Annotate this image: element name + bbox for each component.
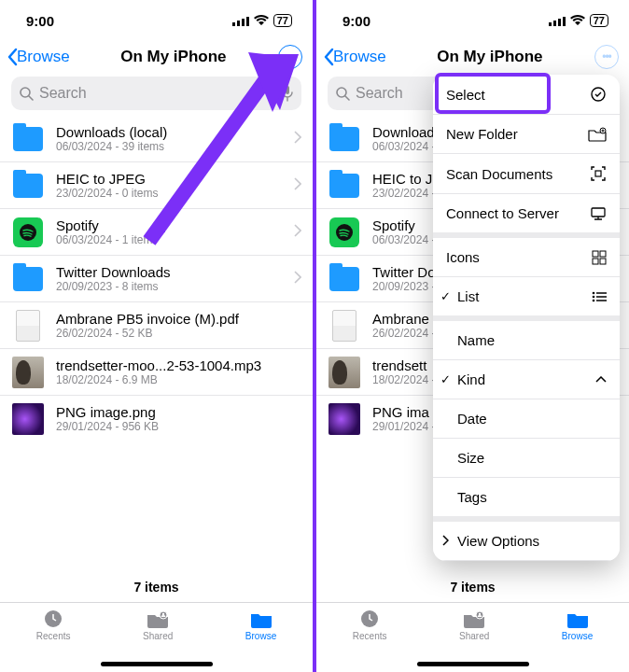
menu-view-options[interactable]: View Options [433, 522, 620, 561]
document-thumbnail [16, 310, 40, 342]
menu-new-folder[interactable]: New Folder [433, 115, 620, 154]
battery-icon: 77 [590, 14, 608, 27]
chevron-right-icon [294, 131, 301, 147]
svg-rect-15 [553, 21, 556, 26]
shared-folder-icon [146, 609, 170, 629]
back-label: Browse [17, 48, 70, 66]
battery-icon: 77 [273, 14, 292, 27]
list-item[interactable]: Twitter Downloads20/09/2023 - 8 items [0, 256, 313, 302]
home-indicator[interactable] [101, 662, 213, 666]
svg-rect-0 [232, 22, 235, 26]
ellipsis-circle-icon: ••• [278, 45, 302, 69]
chevron-right-icon [294, 177, 301, 194]
home-indicator[interactable] [417, 662, 529, 666]
svg-rect-17 [563, 17, 566, 26]
search-icon [19, 86, 34, 101]
tab-recents[interactable]: Recents [36, 609, 71, 641]
svg-rect-6 [286, 86, 289, 94]
item-count: 7 items [0, 572, 313, 602]
folder-icon [249, 609, 273, 629]
clock-icon [42, 609, 64, 629]
svg-rect-30 [600, 251, 606, 257]
chevron-right-icon [294, 271, 301, 287]
svg-point-35 [593, 295, 595, 298]
more-button[interactable]: ••• [277, 44, 303, 70]
image-thumbnail [12, 403, 44, 435]
item-subtitle: 29/01/2024 - 956 KB [56, 420, 301, 433]
folder-icon [329, 127, 359, 151]
status-right: 77 [232, 14, 292, 27]
item-subtitle: 06/03/2024 - 1 item [56, 233, 283, 246]
menu-sort-tags[interactable]: Tags [433, 478, 620, 522]
item-title: Spotify [56, 217, 283, 233]
folder-icon [13, 127, 43, 151]
menu-sort-size[interactable]: Size [433, 439, 620, 478]
image-thumbnail [328, 357, 360, 388]
item-title: Ambrane PB5 invoice (M).pdf [56, 311, 301, 327]
item-title: HEIC to JPEG [56, 171, 283, 187]
svg-point-24 [479, 613, 481, 615]
item-title: Downloads (local) [56, 124, 283, 140]
list-item[interactable]: PNG image.png29/01/2024 - 956 KB [0, 396, 313, 441]
status-time: 9:00 [26, 13, 54, 29]
list-item[interactable]: Spotify06/03/2024 - 1 item [0, 209, 313, 256]
tab-browse[interactable]: Browse [562, 609, 593, 641]
page-title: On My iPhone [120, 48, 226, 66]
status-right: 77 [549, 14, 608, 27]
menu-scan-documents[interactable]: Scan Documents [433, 154, 620, 194]
image-thumbnail [328, 403, 360, 435]
svg-rect-2 [242, 19, 245, 26]
menu-select[interactable]: Select [433, 75, 620, 115]
tab-shared[interactable]: Shared [143, 609, 173, 641]
item-count: 7 items [316, 572, 629, 602]
svg-rect-28 [592, 208, 605, 217]
spotify-icon [13, 217, 43, 247]
select-circle-icon [590, 86, 607, 103]
cellular-icon [232, 16, 249, 26]
nav-bar: Browse On My iPhone ••• [316, 41, 629, 77]
svg-rect-27 [595, 171, 601, 176]
svg-rect-16 [558, 19, 561, 26]
scan-icon [590, 165, 607, 182]
svg-point-25 [592, 88, 605, 101]
chevron-up-icon [595, 376, 607, 384]
menu-sort-date[interactable]: Date [433, 399, 620, 439]
list-item[interactable]: trendsetter-moo...2-53-1004.mp318/02/202… [0, 349, 313, 396]
tab-shared[interactable]: Shared [459, 609, 489, 641]
new-folder-icon [588, 127, 607, 142]
menu-sort-name[interactable]: Name [433, 321, 620, 360]
search-bar[interactable] [11, 77, 301, 110]
item-subtitle: 26/02/2024 - 52 KB [56, 327, 301, 340]
menu-icons[interactable]: Icons [433, 238, 620, 277]
mic-icon[interactable] [281, 85, 294, 102]
tab-bar: Recents Shared Browse [0, 602, 313, 662]
phone-left: 9:00 77 Browse On My iPhone ••• Download… [0, 0, 313, 672]
tab-bar: Recents Shared Browse [316, 602, 629, 662]
spotify-icon [329, 217, 359, 247]
tab-recents[interactable]: Recents [353, 609, 387, 641]
list-item[interactable]: HEIC to JPEG23/02/2024 - 0 items [0, 162, 313, 209]
search-input[interactable] [39, 85, 281, 102]
ellipsis-circle-icon: ••• [594, 45, 619, 69]
menu-sort-kind[interactable]: Kind [433, 360, 620, 399]
status-time: 9:00 [342, 13, 370, 29]
back-button[interactable]: Browse [322, 48, 386, 66]
svg-rect-29 [593, 251, 598, 257]
list-item[interactable]: Downloads (local)06/03/2024 - 39 items [0, 116, 313, 162]
more-button[interactable]: ••• [594, 44, 620, 70]
list-item[interactable]: Ambrane PB5 invoice (M).pdf26/02/2024 - … [0, 302, 313, 349]
svg-rect-1 [237, 21, 240, 26]
folder-icon [566, 609, 590, 629]
tab-browse[interactable]: Browse [245, 609, 276, 641]
search-icon [335, 86, 350, 101]
item-subtitle: 06/03/2024 - 39 items [56, 140, 283, 153]
file-list: Downloads (local)06/03/2024 - 39 itemsHE… [0, 116, 313, 572]
back-label: Browse [333, 48, 386, 66]
back-button[interactable]: Browse [6, 48, 70, 66]
page-title: On My iPhone [437, 48, 542, 66]
svg-point-33 [593, 291, 595, 294]
folder-icon [13, 174, 43, 198]
item-subtitle: 20/09/2023 - 8 items [56, 280, 283, 293]
menu-connect-server[interactable]: Connect to Server [433, 194, 620, 238]
menu-list[interactable]: List [433, 277, 620, 321]
